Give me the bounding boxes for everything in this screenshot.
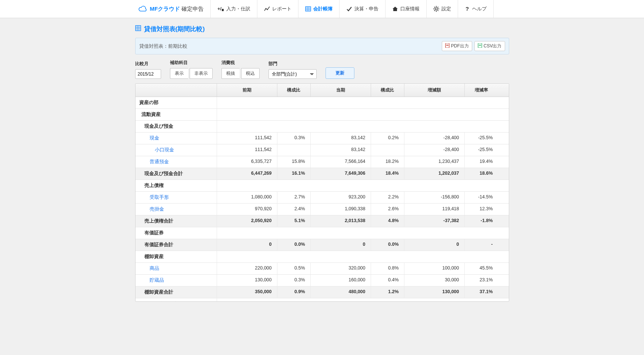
table-row: 小口現金111,54283,142-28,400-25.5% — [136, 144, 509, 156]
panel-header: 貸借対照表：前期比較 PDF出力 CSV出力 — [135, 38, 509, 54]
account-link[interactable]: 受取手形 — [150, 195, 169, 200]
svg-rect-28 — [479, 45, 481, 46]
svg-point-3 — [267, 9, 268, 10]
department-select[interactable]: 全部門(合計) — [268, 69, 317, 79]
nav-item-ledger[interactable]: 会計帳簿 — [298, 0, 340, 18]
table-row: 現金111,5420.3%83,1420.2%-28,400-25.5% — [136, 133, 509, 144]
ledger-icon — [135, 25, 141, 33]
col-ratio1: 構成比 — [277, 84, 311, 97]
pdf-export-button[interactable]: PDF出力 — [442, 41, 472, 51]
table-row: 売上債権 — [136, 180, 509, 192]
pdf-icon — [445, 43, 450, 49]
table-body[interactable]: 資産の部流動資産現金及び預金現金111,5420.3%83,1420.2%-28… — [136, 97, 509, 301]
table-row: 普通預金6,335,72715.8%7,566,16418.2%1,230,43… — [136, 156, 509, 168]
table-row: 有価証券合計00.0%00.0%0- — [136, 239, 509, 251]
col-account — [136, 84, 217, 97]
tax-label: 消費税 — [221, 60, 260, 66]
table-row: 受取手形1,080,0002.7%923,2002.2%-156,800-14.… — [136, 192, 509, 204]
table-row: その他流動資産 — [136, 298, 509, 301]
account-link[interactable]: 売掛金 — [150, 207, 164, 212]
table-row: 貯蔵品130,0000.3%160,0000.4%30,00023.1% — [136, 275, 509, 287]
ledger-icon — [305, 6, 311, 11]
table-row: 棚卸資産合計350,0000.9%480,0001.2%130,00037.1% — [136, 287, 509, 298]
plus-slash-icon: +/ — [217, 6, 224, 11]
account-link[interactable]: 現金 — [150, 135, 159, 141]
svg-rect-1 — [222, 9, 224, 11]
svg-rect-20 — [136, 26, 141, 31]
filter-controls: 比較月 補助科目 表示 非表示 消費税 税抜 税込 部門 全部門(合計) 更新 — [135, 60, 509, 79]
table-row: 有価証券 — [136, 227, 509, 239]
chart-line-icon — [264, 6, 270, 11]
col-ratio2: 構成比 — [371, 84, 404, 97]
sub-account-hide-button[interactable]: 非表示 — [190, 68, 213, 79]
svg-point-2 — [266, 8, 267, 9]
svg-line-18 — [434, 10, 435, 11]
table-row: 資産の部 — [136, 97, 509, 109]
col-diff: 増減額 — [404, 84, 465, 97]
page-title: 貸借対照表(期間比較) — [135, 25, 509, 33]
nav-item-house[interactable]: 口座情報 — [386, 0, 427, 18]
csv-icon — [478, 43, 482, 49]
nav-item-question[interactable]: ?ヘルプ — [458, 0, 494, 18]
question-icon: ? — [465, 6, 470, 12]
svg-line-16 — [438, 10, 438, 11]
table-row: 現金及び預金合計6,447,26916.1%7,649,30618.4%1,20… — [136, 168, 509, 180]
svg-rect-26 — [446, 45, 448, 46]
svg-marker-9 — [393, 7, 398, 11]
cloud-icon — [138, 6, 148, 12]
csv-export-button[interactable]: CSV出力 — [474, 41, 505, 51]
top-nav: MFクラウド 確定申告 +/入力・仕訳レポート会計帳簿決算・申告口座情報設定?ヘ… — [0, 0, 644, 18]
svg-line-17 — [438, 7, 438, 8]
nav-item-check[interactable]: 決算・申告 — [340, 0, 386, 18]
compare-month-input[interactable] — [135, 69, 161, 79]
col-rate: 増減率 — [465, 84, 498, 97]
panel-title: 貸借対照表：前期比較 — [139, 43, 187, 50]
table-header: 前期 構成比 当期 構成比 増減額 増減率 — [136, 84, 509, 97]
nav-item-chart-line[interactable]: レポート — [257, 0, 298, 18]
sub-account-show-button[interactable]: 表示 — [170, 68, 188, 79]
logo-brand: MFクラウド — [150, 6, 180, 13]
svg-text:+/: +/ — [217, 6, 222, 11]
tax-inclusive-button[interactable]: 税込 — [241, 68, 260, 79]
col-previous: 前期 — [217, 84, 277, 97]
table-row: 流動資産 — [136, 109, 509, 121]
table-row: 売上債権合計2,050,9205.1%2,013,5384.8%-37,382-… — [136, 215, 509, 227]
gear-icon — [433, 6, 439, 12]
table-row: 現金及び預金 — [136, 121, 509, 133]
compare-month-label: 比較月 — [135, 61, 161, 67]
tax-exclusive-button[interactable]: 税抜 — [221, 68, 240, 79]
col-current: 当期 — [311, 84, 371, 97]
update-button[interactable]: 更新 — [326, 67, 354, 79]
account-link[interactable]: 商品 — [150, 266, 159, 271]
check-icon — [346, 6, 352, 11]
logo-sub: 確定申告 — [181, 6, 204, 13]
svg-line-15 — [434, 7, 435, 8]
table-row: 商品220,0000.5%320,0000.8%100,00045.5% — [136, 263, 509, 275]
table-row: 売掛金970,9202.4%1,090,3382.6%119,41812.3% — [136, 204, 509, 215]
svg-rect-4 — [306, 7, 311, 11]
nav-item-gear[interactable]: 設定 — [427, 0, 458, 18]
account-link[interactable]: 小口現金 — [155, 147, 174, 153]
svg-text:?: ? — [466, 6, 469, 12]
svg-point-10 — [435, 8, 437, 10]
table-row: 棚卸資産 — [136, 251, 509, 263]
logo[interactable]: MFクラウド 確定申告 — [135, 0, 211, 18]
balance-table: 前期 構成比 当期 構成比 増減額 増減率 資産の部流動資産現金及び預金現金11… — [135, 83, 509, 302]
account-link[interactable]: 貯蔵品 — [150, 278, 164, 283]
house-icon — [392, 6, 398, 11]
sub-account-label: 補助科目 — [170, 60, 213, 66]
nav-item-plus-slash[interactable]: +/入力・仕訳 — [211, 0, 257, 18]
account-link[interactable]: 普通預金 — [150, 159, 169, 164]
department-label: 部門 — [268, 61, 317, 67]
